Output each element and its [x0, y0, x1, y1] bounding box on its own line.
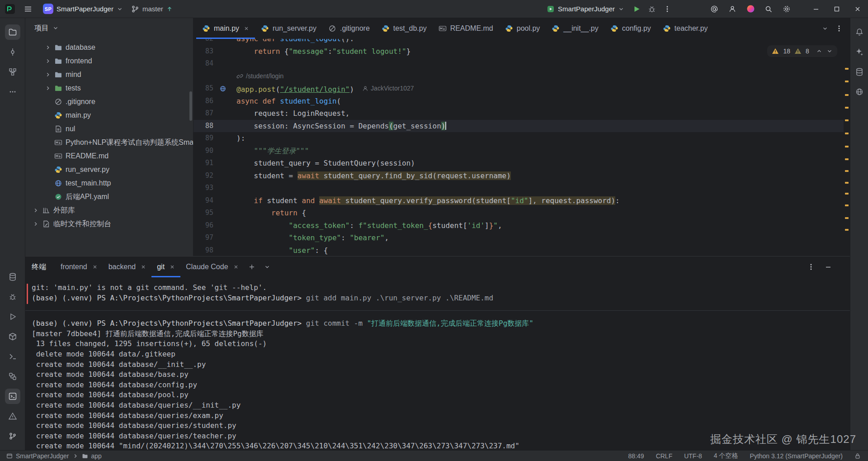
endpoint-inlay[interactable]: /student/login [193, 70, 844, 83]
tree-item[interactable]: 临时文件和控制台 [25, 217, 193, 231]
settings-button[interactable] [779, 2, 794, 16]
tab-options-icon[interactable] [835, 25, 843, 32]
code-line[interactable]: 90 """学生登录""" [193, 145, 844, 157]
status-indent[interactable]: 4 个空格 [714, 452, 738, 460]
warning-mark[interactable] [845, 170, 849, 172]
main-menu-button[interactable] [21, 2, 35, 16]
branch-widget[interactable]: master [127, 2, 177, 16]
tool-button-git-branch[interactable] [5, 428, 20, 444]
tool-button-terminal[interactable] [5, 389, 20, 404]
tree-item[interactable]: test_main.http [25, 176, 193, 190]
warning-mark[interactable] [845, 81, 849, 82]
tree-item[interactable]: main.py [25, 109, 193, 122]
tool-button-problems[interactable] [5, 409, 20, 424]
code-line[interactable]: 84 [193, 57, 844, 70]
warning-mark[interactable] [845, 217, 849, 219]
maximize-button[interactable] [826, 0, 847, 18]
warning-mark[interactable] [845, 119, 849, 121]
collaborate-button[interactable] [725, 2, 740, 16]
code-with-me-button[interactable] [707, 2, 722, 16]
warning-mark[interactable] [845, 107, 849, 109]
terminal-body[interactable]: git: 'main.py' is not a git command. See… [25, 277, 850, 450]
editor-tab[interactable]: test_db.py [376, 18, 433, 39]
status-line-separator[interactable]: CRLF [656, 452, 673, 460]
code-line[interactable]: 89): [193, 132, 844, 145]
search-everywhere-button[interactable] [761, 2, 776, 16]
close-tab-icon[interactable] [170, 264, 175, 270]
close-tab-icon[interactable] [233, 264, 239, 270]
tool-button-notifications[interactable] [853, 25, 866, 39]
tree-item[interactable]: mind [25, 68, 193, 81]
project-widget[interactable]: SP SmartPaperJudger [39, 2, 127, 16]
code-line[interactable]: 91 student_query = StudentQuery(session) [193, 157, 844, 170]
close-button[interactable] [847, 0, 868, 18]
code-line[interactable]: 97 "token_type": "bearer", [193, 232, 844, 244]
tool-button-database[interactable] [5, 269, 20, 285]
tree-item[interactable]: 后端API.yaml [25, 190, 193, 204]
editor-tab[interactable]: pool.py [499, 18, 546, 39]
close-tab-icon[interactable] [141, 264, 146, 270]
warning-mark[interactable] [845, 133, 849, 134]
code-editor[interactable]: 82async def student_logout():83 return {… [193, 39, 850, 256]
status-interpreter[interactable]: Python 3.12 (SmartPaperJudger) [750, 452, 843, 460]
tree-item[interactable]: frontend [25, 54, 193, 68]
close-tab-icon[interactable] [92, 264, 98, 270]
tree-item[interactable]: tests [25, 81, 193, 95]
editor-tab[interactable]: .gitignore [322, 18, 376, 39]
status-caret-position[interactable]: 88:49 [628, 452, 644, 460]
code-line[interactable]: 85@app.post("/student/login")JackVictor1… [193, 82, 844, 95]
more-run-actions-button[interactable] [660, 2, 675, 16]
tool-button-commit[interactable] [5, 44, 20, 60]
terminal-tab[interactable]: Claude Code [180, 257, 244, 277]
tool-button-database[interactable] [853, 65, 866, 79]
code-line[interactable]: 94 if student and await student_query.ve… [193, 195, 844, 207]
editor-tab[interactable]: main.py [196, 18, 255, 39]
code-line[interactable]: 98 "user": { [193, 244, 844, 257]
tool-button-debug[interactable] [5, 289, 20, 304]
warning-mark[interactable] [845, 204, 849, 206]
code-line[interactable]: 82async def student_logout(): [193, 39, 844, 45]
terminal-tab[interactable]: backend [103, 257, 152, 277]
tool-button-structure[interactable] [5, 64, 20, 80]
tree-item[interactable]: nul [25, 122, 193, 136]
debug-button[interactable] [645, 2, 659, 16]
editor-tab[interactable]: __init__.py [546, 18, 604, 39]
code-line[interactable]: 93 [193, 182, 844, 195]
terminal-tab[interactable]: frontend [55, 257, 103, 277]
warning-mark[interactable] [845, 182, 849, 184]
minimize-button[interactable] [806, 0, 826, 18]
warning-mark[interactable] [845, 68, 849, 70]
close-tab-icon[interactable] [244, 26, 249, 31]
tool-button-more-h[interactable] [5, 84, 20, 100]
inspections-widget[interactable]: 18 8 [767, 45, 837, 57]
warning-mark[interactable] [845, 146, 849, 147]
editor-tab[interactable]: config.py [604, 18, 657, 39]
error-stripe[interactable] [844, 39, 850, 256]
tool-button-ai-assistant[interactable] [853, 45, 866, 59]
terminal-options-icon[interactable] [807, 263, 815, 271]
code-line[interactable]: 86async def student_login( [193, 95, 844, 108]
breadcrumb[interactable]: SmartPaperJudger app [6, 452, 102, 460]
tool-button-packages[interactable] [5, 329, 20, 344]
terminal-tab[interactable]: git [151, 257, 180, 277]
code-line[interactable]: 92 student = await student_query.find_by… [193, 170, 844, 182]
tree-item[interactable]: database [25, 41, 193, 54]
editor-tab[interactable]: run_server.py [255, 18, 322, 39]
tool-button-run[interactable] [5, 309, 20, 324]
tree-item[interactable]: Python+NLP课程考试自动判题系统Smart... [25, 136, 193, 149]
hide-panel-icon[interactable] [825, 263, 832, 271]
warning-mark[interactable] [845, 158, 849, 160]
project-scrollbar[interactable] [189, 91, 192, 121]
editor-tab[interactable]: README.md [433, 18, 499, 39]
run-config-widget[interactable]: SmartPaperJudger [542, 2, 628, 16]
code-line[interactable]: 96 "access_token": f"student_token_{stud… [193, 219, 844, 232]
code-line[interactable]: 83 return {"message":"student logout!"} [193, 45, 844, 58]
tool-button-project[interactable] [5, 24, 20, 40]
tool-button-services[interactable] [5, 369, 20, 384]
project-panel-header[interactable]: 项目 [25, 18, 193, 38]
status-encoding[interactable]: UTF-8 [684, 452, 702, 460]
warning-mark[interactable] [845, 193, 849, 195]
tree-item[interactable]: 外部库 [25, 204, 193, 217]
prev-problem-icon[interactable] [816, 48, 822, 54]
warning-mark[interactable] [845, 229, 849, 231]
